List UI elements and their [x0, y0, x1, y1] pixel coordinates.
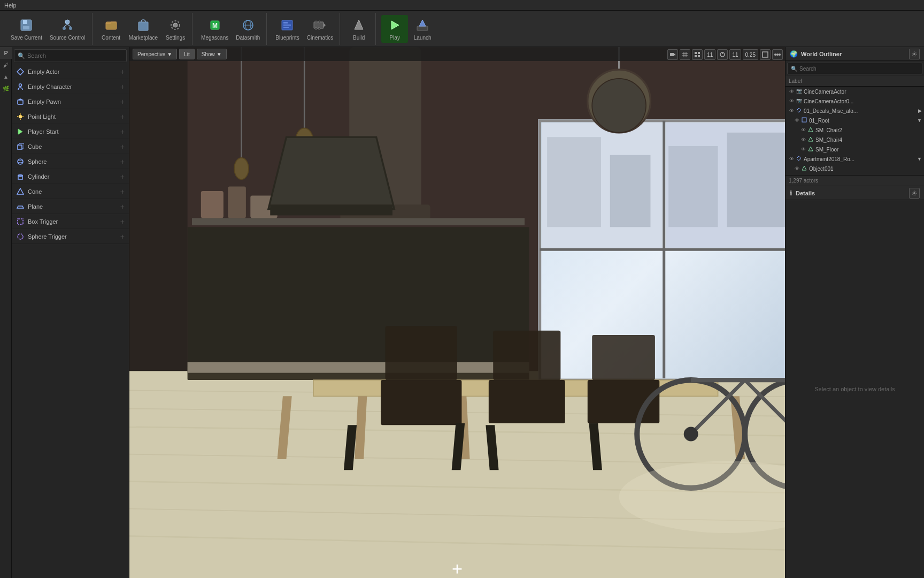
- outliner-item-01root[interactable]: 👁 01_Root ▼: [786, 116, 924, 125]
- place-item-cube[interactable]: Cube +: [12, 139, 129, 154]
- mode-place[interactable]: P: [0, 47, 12, 59]
- place-item-player-start[interactable]: Player Start +: [12, 124, 129, 139]
- mode-sculpt[interactable]: ▲: [0, 71, 12, 82]
- place-item-cone[interactable]: Cone +: [12, 184, 129, 199]
- datasmith-button[interactable]: Datasmith: [233, 15, 263, 43]
- vp-maximize-button[interactable]: [760, 49, 771, 60]
- details-settings-button[interactable]: [909, 188, 920, 199]
- place-item-plane[interactable]: Plane +: [12, 199, 129, 214]
- scene-tools: Blueprints Cinematics: [269, 13, 340, 45]
- play-button[interactable]: Play: [381, 15, 408, 43]
- cube-add[interactable]: +: [120, 142, 125, 151]
- content-button[interactable]: Content: [98, 15, 125, 43]
- outliner-search-input[interactable]: [799, 66, 919, 72]
- place-item-empty-pawn[interactable]: Empty Pawn +: [12, 94, 129, 109]
- svg-rect-1: [23, 20, 27, 24]
- eye-icon-7[interactable]: 👁: [799, 146, 807, 153]
- megascans-button[interactable]: M Megascans: [198, 15, 232, 43]
- source-control-button[interactable]: Source Control: [47, 15, 89, 43]
- vp-camera-button[interactable]: [667, 49, 678, 60]
- perspective-mode-button[interactable]: Perspective ▼: [133, 49, 177, 59]
- eye-icon-6[interactable]: 👁: [799, 136, 807, 143]
- eye-icon-8[interactable]: 👁: [788, 155, 795, 163]
- marketplace-button[interactable]: Marketplace: [126, 15, 161, 43]
- box-trigger-add[interactable]: +: [120, 217, 125, 226]
- svg-rect-99: [493, 331, 560, 380]
- menu-bar: Help: [0, 0, 924, 11]
- show-button[interactable]: Show ▼: [197, 49, 227, 59]
- svg-rect-86: [228, 187, 246, 218]
- eye-icon-9[interactable]: 👁: [793, 165, 800, 172]
- vp-snap-button[interactable]: [692, 49, 703, 60]
- speed-value[interactable]: 0.25: [743, 49, 758, 60]
- rot-snap-value[interactable]: 11: [729, 49, 741, 60]
- cinematics-button[interactable]: Cinematics: [304, 15, 336, 43]
- vp-rot-snap-button[interactable]: [717, 49, 728, 60]
- svg-rect-130: [698, 55, 700, 57]
- svg-point-151: [913, 192, 915, 194]
- viewport[interactable]: Perspective ▼ Lit Show ▼: [129, 47, 785, 578]
- outliner-item-cinecamera1[interactable]: 👁 📷 CineCameraActor: [786, 87, 924, 96]
- outliner-settings-button[interactable]: [909, 49, 920, 59]
- place-item-empty-character[interactable]: Empty Character +: [12, 79, 129, 94]
- eye-icon-4[interactable]: 👁: [793, 117, 800, 124]
- plane-icon: [16, 202, 25, 211]
- expand-icon-3[interactable]: ▶: [918, 108, 922, 113]
- eye-icon-1[interactable]: 👁: [788, 88, 795, 95]
- sphere-add[interactable]: +: [120, 157, 125, 166]
- outliner-item-decals[interactable]: 👁 01_Decals_Misc_afo... ▶: [786, 106, 924, 116]
- plane-add[interactable]: +: [120, 202, 125, 211]
- save-current-button[interactable]: Save Current: [7, 15, 45, 43]
- place-item-point-light[interactable]: Point Light +: [12, 109, 129, 124]
- place-item-sphere[interactable]: Sphere +: [12, 154, 129, 169]
- place-item-empty-actor[interactable]: Empty Actor +: [12, 64, 129, 79]
- place-item-box-trigger[interactable]: Box Trigger +: [12, 214, 129, 229]
- empty-pawn-add[interactable]: +: [120, 97, 125, 106]
- cylinder-add[interactable]: +: [120, 172, 125, 181]
- outliner-item-cinecamera2[interactable]: 👁 📷 CineCameraActor0...: [786, 96, 924, 106]
- point-light-add[interactable]: +: [120, 112, 125, 121]
- player-start-add[interactable]: +: [120, 127, 125, 136]
- empty-character-add[interactable]: +: [120, 82, 125, 91]
- details-empty-message: Select an object to view details: [814, 386, 895, 392]
- sphere-trigger-add[interactable]: +: [120, 232, 125, 241]
- settings-button[interactable]: Settings: [162, 15, 189, 43]
- eye-icon-3[interactable]: 👁: [788, 107, 795, 115]
- cone-add[interactable]: +: [120, 187, 125, 196]
- expand-icon-4[interactable]: ▼: [917, 118, 922, 123]
- menu-help[interactable]: Help: [4, 2, 17, 9]
- vp-options-button[interactable]: [772, 49, 783, 60]
- svg-point-76: [592, 79, 646, 133]
- build-tools: Build: [342, 13, 376, 45]
- lit-mode-button[interactable]: Lit: [179, 49, 195, 59]
- actor-count-text: 1,297 actors: [789, 178, 818, 184]
- empty-actor-add[interactable]: +: [120, 67, 125, 76]
- outliner-item-obj001[interactable]: 👁 Object001: [786, 164, 924, 173]
- outliner-item-apartment[interactable]: 👁 Apartment2018_Ro... ▼: [786, 154, 924, 164]
- launch-button[interactable]: Launch: [409, 15, 436, 43]
- expand-icon-8[interactable]: ▼: [917, 156, 922, 162]
- datasmith-icon: [240, 17, 257, 33]
- place-item-sphere-trigger[interactable]: Sphere Trigger +: [12, 229, 129, 244]
- box-trigger-icon: [16, 217, 25, 226]
- outliner-item-smchair2[interactable]: 👁 SM_Chair2: [786, 125, 924, 135]
- mode-foliage[interactable]: 🌿: [0, 82, 12, 94]
- vp-grid-button[interactable]: [680, 49, 690, 60]
- viewport-toolbar: Perspective ▼ Lit Show ▼: [129, 47, 785, 61]
- build-button[interactable]: Build: [345, 15, 372, 43]
- eye-icon-2[interactable]: 👁: [788, 97, 795, 105]
- world-outliner: 🌍 World Outliner 🔍 Label 👁 📷 CineCameraA…: [786, 47, 924, 186]
- eye-icon-5[interactable]: 👁: [799, 126, 807, 134]
- blueprints-button[interactable]: Blueprints: [272, 15, 302, 43]
- places-search-input[interactable]: [27, 52, 123, 59]
- datasmith-label: Datasmith: [236, 35, 260, 41]
- camera-icon-2: 📷: [796, 98, 803, 104]
- snap-value[interactable]: 11: [704, 49, 715, 60]
- content-icon: [103, 17, 120, 33]
- search-icon: 🔍: [18, 52, 25, 59]
- mode-paint[interactable]: 🖌: [0, 59, 12, 71]
- place-item-cylinder[interactable]: Cylinder +: [12, 169, 129, 184]
- svg-marker-42: [18, 143, 24, 149]
- outliner-item-smfloor[interactable]: 👁 SM_Floor: [786, 144, 924, 154]
- outliner-item-smchair4[interactable]: 👁 SM_Chair4: [786, 135, 924, 144]
